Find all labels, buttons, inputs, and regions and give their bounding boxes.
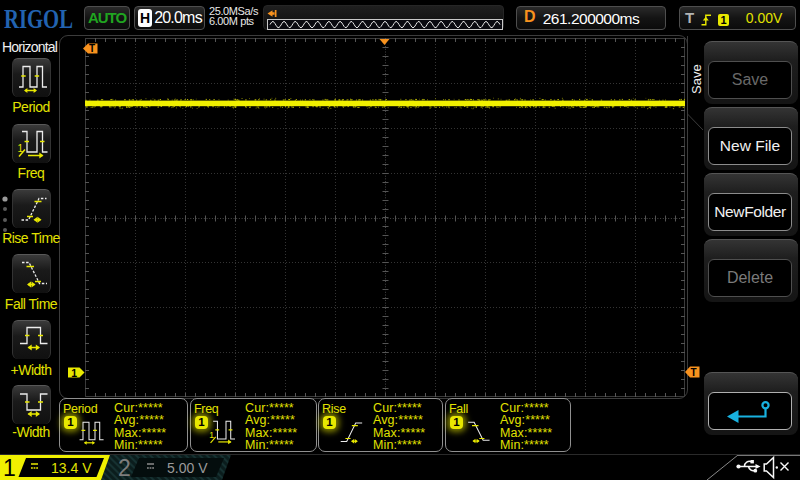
svg-text:T: T <box>89 43 95 54</box>
svg-text:5.00 V: 5.00 V <box>167 460 208 476</box>
svg-text:1: 1 <box>3 455 16 480</box>
svg-text:13.4 V: 13.4 V <box>51 460 92 476</box>
svg-text:2: 2 <box>118 455 131 480</box>
svg-text:RIGOL: RIGOL <box>4 4 73 34</box>
svg-text:T: T <box>691 367 697 378</box>
svg-text:1: 1 <box>71 367 77 378</box>
